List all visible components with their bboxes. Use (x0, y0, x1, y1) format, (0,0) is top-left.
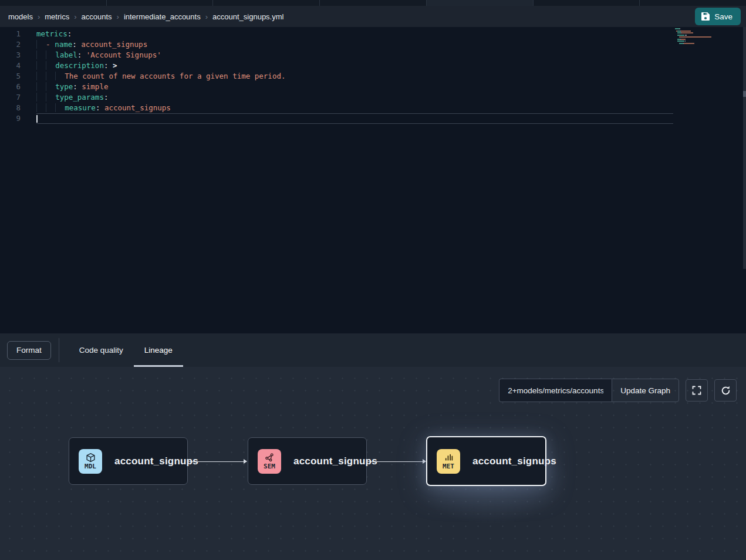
editor-code-area[interactable]: metrics: - name: account_signups label: … (36, 29, 673, 124)
minimap-line (675, 39, 711, 40)
fullscreen-button[interactable] (686, 379, 708, 402)
code-token (46, 50, 55, 59)
breadcrumb-item[interactable]: models (8, 12, 33, 21)
mdl-badge: MDL (79, 449, 102, 474)
panel-divider (59, 338, 59, 362)
code-line[interactable]: metrics: (36, 29, 673, 39)
code-token: account_signups (77, 40, 147, 49)
code-token: type (55, 82, 73, 91)
code-token: - (46, 40, 55, 49)
tab-code-quality[interactable]: Code quality (69, 333, 134, 367)
code-line-current[interactable] (36, 113, 673, 124)
minimap-line (675, 32, 711, 33)
met-badge: MET (437, 449, 460, 474)
refresh-icon (721, 386, 731, 396)
minimap-line (675, 36, 711, 38)
save-button-label: Save (714, 12, 733, 21)
semantic-model-icon (265, 453, 275, 463)
code-token: simple (77, 82, 109, 91)
code-token: > (113, 61, 117, 70)
code-token (36, 93, 46, 102)
badge-label: MDL (85, 463, 96, 470)
save-button[interactable]: Save (695, 8, 741, 25)
editor-scrollbar-thumb[interactable] (743, 91, 746, 97)
minimap-line (675, 31, 711, 32)
line-number: 1 (0, 29, 36, 39)
code-line[interactable]: type: simple (36, 82, 673, 92)
code-token (36, 103, 46, 112)
code-token (46, 93, 55, 102)
breadcrumb-item[interactable]: account_signups.yml (212, 12, 283, 21)
lineage-selector-group: Update Graph (499, 379, 679, 402)
code-token: metrics (36, 29, 67, 38)
breadcrumb-separator-icon: › (205, 12, 208, 21)
code-token: name (55, 40, 72, 49)
lineage-canvas[interactable]: Update Graph MDLaccount_signupsSEMaccoun… (0, 367, 746, 560)
badge-label: MET (443, 463, 454, 470)
code-editor[interactable]: 123456789 metrics: - name: account_signu… (0, 27, 746, 333)
top-tab-segment-2[interactable] (107, 0, 214, 6)
minimap-line (675, 45, 711, 46)
badge-label: SEM (264, 463, 275, 470)
code-token: : (73, 82, 77, 91)
format-button[interactable]: Format (7, 341, 51, 360)
code-token: label (55, 50, 77, 59)
top-tab-segment-3[interactable] (213, 0, 320, 6)
code-token (46, 103, 55, 112)
breadcrumb-item[interactable]: intermediate_accounts (124, 12, 201, 21)
minimap-line (675, 41, 711, 42)
code-line[interactable]: measure: account_signups (36, 103, 673, 113)
tab-lineage[interactable]: Lineage (134, 333, 183, 367)
minimap-line (675, 35, 711, 36)
line-number: 6 (0, 82, 36, 92)
lineage-node-mdl-account_signups[interactable]: MDLaccount_signups (69, 437, 188, 485)
code-line[interactable]: - name: account_signups (36, 39, 673, 50)
minimap-line (675, 43, 711, 44)
editor-minimap[interactable] (675, 28, 711, 47)
cube-icon (86, 453, 96, 463)
top-tab-segment-1[interactable] (0, 0, 107, 6)
text-cursor (36, 115, 38, 123)
line-number: 5 (0, 71, 36, 82)
code-token: : (72, 40, 77, 49)
top-tab-segment-6[interactable] (534, 0, 640, 6)
lineage-node-sem-account_signups[interactable]: SEMaccount_signups (248, 437, 367, 485)
top-tab-strip (0, 0, 746, 6)
update-graph-button[interactable]: Update Graph (612, 379, 679, 402)
code-line[interactable]: type_params: (36, 92, 673, 103)
breadcrumb-separator-icon: › (74, 12, 76, 21)
refresh-button[interactable] (714, 379, 737, 402)
breadcrumb-item[interactable]: metrics (45, 12, 69, 21)
top-tab-segment-4[interactable] (320, 0, 427, 6)
bottom-panel-header: Format Code qualityLineage (0, 333, 746, 367)
code-token (46, 72, 55, 80)
node-label: account_signups (293, 456, 377, 467)
code-token (36, 72, 46, 80)
fullscreen-icon (692, 386, 701, 395)
code-token (55, 72, 65, 80)
metric-chart-icon (444, 453, 454, 463)
lineage-controls: Update Graph (499, 379, 737, 402)
code-line[interactable]: label: 'Account Signups' (36, 50, 673, 60)
code-token: type_params (55, 93, 104, 102)
node-label: account_signups (114, 456, 198, 467)
bottom-panel-tabs: Code qualityLineage (69, 333, 183, 367)
node-label: account_signups (472, 456, 556, 467)
code-token (36, 40, 46, 49)
editor-scrollbar[interactable] (743, 27, 746, 269)
code-token (108, 61, 113, 70)
lineage-node-met-account_signups[interactable]: METaccount_signups (426, 436, 546, 486)
top-tab-segment-7[interactable] (640, 0, 746, 6)
top-tab-segment-5[interactable] (427, 0, 534, 6)
code-token: The count of new accounts for a given ti… (65, 72, 285, 80)
code-token: : (67, 29, 72, 38)
breadcrumb-item[interactable]: accounts (82, 12, 112, 21)
lineage-selector-input[interactable] (499, 379, 612, 402)
breadcrumb: models›metrics›accounts›intermediate_acc… (8, 12, 283, 21)
code-token (46, 61, 55, 70)
file-header-bar: models›metrics›accounts›intermediate_acc… (0, 6, 746, 27)
sem-badge: SEM (258, 449, 281, 474)
code-line[interactable]: description: > (36, 60, 673, 71)
code-line[interactable]: The count of new accounts for a given ti… (36, 71, 673, 82)
line-number: 7 (0, 92, 36, 103)
